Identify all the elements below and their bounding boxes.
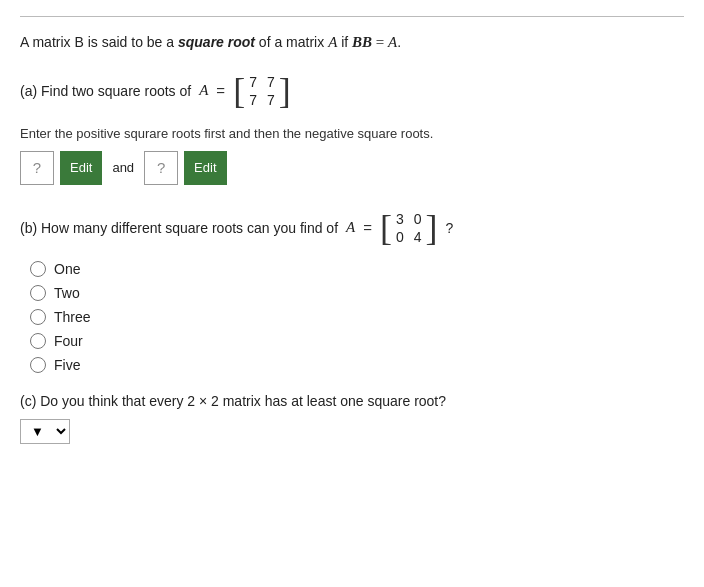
intro-condition: if [337, 34, 352, 50]
part-a-label: (a) Find two square roots of [20, 83, 191, 99]
part-b-matrix-var: A [346, 219, 355, 236]
question-mark-2: ? [157, 159, 165, 176]
part-c-section: (c) Do you think that every 2 × 2 matrix… [20, 393, 684, 444]
radio-five[interactable] [30, 357, 46, 373]
part-b-section: (b) How many different square roots can … [20, 209, 684, 373]
matrix-values: 7 7 7 7 [245, 72, 279, 110]
and-text: and [112, 160, 134, 175]
part-a-matrix: [ 7 7 7 7 ] [233, 72, 291, 110]
part-b-text: (b) How many different square roots can … [20, 220, 338, 236]
intro-bold: square root [178, 34, 255, 50]
m10: 7 [249, 92, 257, 108]
b-m11: 4 [414, 229, 422, 245]
intro-equation: BB = A [352, 34, 397, 50]
b-m01: 0 [414, 211, 422, 227]
option-one[interactable]: One [30, 261, 684, 277]
option-one-label: One [54, 261, 80, 277]
m01: 7 [267, 74, 275, 90]
b-m00: 3 [396, 211, 404, 227]
b-bracket-left: [ [380, 210, 392, 246]
option-three-label: Three [54, 309, 91, 325]
part-c-label: (c) Do you think that every 2 × 2 matrix… [20, 393, 684, 409]
top-divider [20, 16, 684, 17]
answer-box-1: ? [20, 151, 54, 185]
answer-row: ? Edit and ? Edit [20, 151, 684, 185]
part-c-dropdown[interactable]: ▼ [20, 419, 70, 444]
m00: 7 [249, 74, 257, 90]
part-b-matrix: [ 3 0 0 4 ] [380, 209, 438, 247]
radio-one[interactable] [30, 261, 46, 277]
part-a-header: (a) Find two square roots of A = [ 7 7 7… [20, 72, 684, 110]
question-mark-1: ? [33, 159, 41, 176]
part-b-label-row: (b) How many different square roots can … [20, 209, 684, 247]
radio-group: One Two Three Four Five [30, 261, 684, 373]
intro-matrix-var: A [328, 34, 337, 50]
b-matrix-values: 3 0 0 4 [392, 209, 426, 247]
option-four-label: Four [54, 333, 83, 349]
option-three[interactable]: Three [30, 309, 684, 325]
edit-button-2[interactable]: Edit [184, 151, 226, 185]
bracket-right: ] [279, 73, 291, 109]
part-b-equals: = [363, 219, 372, 236]
part-a-matrix-var: A [199, 82, 208, 99]
option-two[interactable]: Two [30, 285, 684, 301]
b-bracket-right: ] [426, 210, 438, 246]
edit-button-1[interactable]: Edit [60, 151, 102, 185]
option-four[interactable]: Four [30, 333, 684, 349]
radio-four[interactable] [30, 333, 46, 349]
intro-text: A matrix B is said to be a square root o… [20, 31, 684, 54]
instruction-text: Enter the positive squrare roots first a… [20, 126, 684, 141]
option-two-label: Two [54, 285, 80, 301]
intro-before: A matrix B is said to be a [20, 34, 178, 50]
option-five-label: Five [54, 357, 80, 373]
part-a-equals: = [216, 82, 225, 99]
option-five[interactable]: Five [30, 357, 684, 373]
m11: 7 [267, 92, 275, 108]
bracket-left: [ [233, 73, 245, 109]
part-b-question: ? [446, 220, 454, 236]
b-m10: 0 [396, 229, 404, 245]
radio-three[interactable] [30, 309, 46, 325]
intro-after: of a matrix [255, 34, 328, 50]
answer-box-2: ? [144, 151, 178, 185]
radio-two[interactable] [30, 285, 46, 301]
